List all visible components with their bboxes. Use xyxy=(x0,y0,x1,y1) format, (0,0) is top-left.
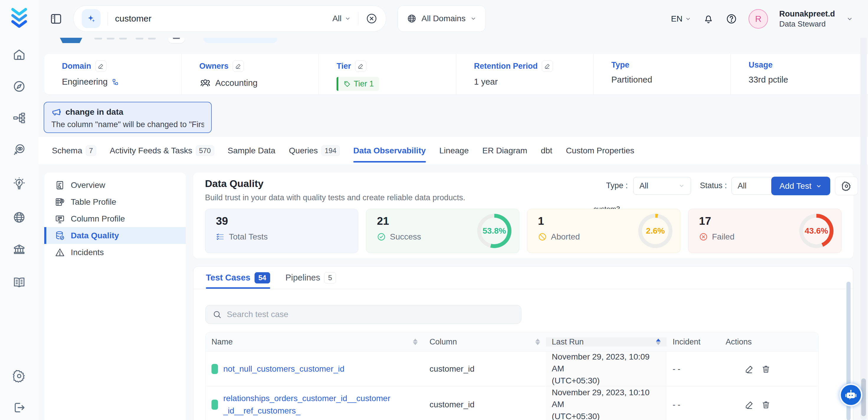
notifications-bell-icon[interactable] xyxy=(703,13,714,25)
language-selector[interactable]: EN xyxy=(671,14,691,24)
tab-sample-data[interactable]: Sample Data xyxy=(228,137,276,164)
menu-item-overview[interactable]: Overview xyxy=(44,177,186,193)
clear-search-icon[interactable] xyxy=(365,12,378,25)
sidebar-toggle-icon[interactable] xyxy=(50,12,63,25)
global-search-bar[interactable]: All xyxy=(73,5,386,32)
tab-dbt[interactable]: dbt xyxy=(541,137,552,164)
tab-er-diagram[interactable]: ER Diagram xyxy=(482,137,527,164)
settings-gear-icon[interactable] xyxy=(12,369,26,383)
menu-item-incidents[interactable]: Incidents xyxy=(44,244,186,261)
insights-icon[interactable] xyxy=(12,177,26,190)
all-domains-button[interactable]: All Domains xyxy=(398,5,486,32)
glossary-icon[interactable] xyxy=(12,276,26,289)
edit-domain-icon[interactable] xyxy=(95,60,106,72)
search-icon xyxy=(213,310,221,319)
ai-sparkle-icon[interactable] xyxy=(82,9,100,28)
gear-icon xyxy=(841,181,851,191)
summary-failed[interactable]: 17 Failed 43.6% xyxy=(688,209,841,253)
metadata-usage: Usage 33rd pctile xyxy=(731,54,868,94)
usage-value: 33rd pctile xyxy=(749,75,788,85)
data-quality-panel: Data Quality Build trust in your data wi… xyxy=(193,173,853,259)
type-label: Type xyxy=(611,60,629,69)
delete-test-icon[interactable] xyxy=(762,365,770,373)
tag-icon xyxy=(344,81,351,88)
announcement-card[interactable]: change in data The column "name" will be… xyxy=(44,102,212,133)
failed-x-icon xyxy=(699,233,708,241)
tab-custom-properties[interactable]: Custom Properties xyxy=(566,137,634,164)
left-nav-rail xyxy=(0,0,38,420)
tab-lineage[interactable]: Lineage xyxy=(439,137,469,164)
search-input[interactable] xyxy=(115,13,332,24)
tab-activity-feeds[interactable]: Activity Feeds & Tasks570 xyxy=(110,137,214,164)
user-info[interactable]: Rounakpreet.d Data Steward xyxy=(779,9,835,29)
type-filter-label: Type : xyxy=(606,181,628,190)
domains-icon[interactable] xyxy=(12,211,26,224)
domain-type-icon xyxy=(112,79,119,86)
edit-owners-icon[interactable] xyxy=(233,60,244,72)
divider xyxy=(107,12,108,25)
edit-test-icon[interactable] xyxy=(745,400,754,409)
tab-pipelines[interactable]: Pipelines5 xyxy=(285,267,336,289)
tab-test-cases[interactable]: Test Cases54 xyxy=(206,267,270,289)
logout-icon[interactable] xyxy=(12,401,26,414)
metadata-domain: Domain Engineering xyxy=(44,54,181,94)
status-success-indicator xyxy=(212,400,218,410)
checklist-icon xyxy=(216,233,225,241)
tab-data-observability[interactable]: Data Observability xyxy=(353,137,426,164)
summary-success[interactable]: custom3 21 Success 53.8% xyxy=(366,209,519,253)
chat-bot-button[interactable] xyxy=(839,384,862,407)
delete-test-icon[interactable] xyxy=(762,400,770,409)
lineage-icon[interactable] xyxy=(12,111,26,125)
type-filter-select[interactable]: All xyxy=(633,177,691,195)
user-avatar[interactable]: R xyxy=(749,9,768,29)
aborted-slash-icon xyxy=(538,233,547,241)
summary-aborted[interactable]: 1 Aborted 2.6% xyxy=(527,209,680,253)
menu-item-data-quality[interactable]: Data Quality xyxy=(44,227,186,244)
overview-icon xyxy=(55,180,65,190)
search-scope-dropdown[interactable]: All xyxy=(332,14,351,23)
team-icon xyxy=(199,77,211,89)
sort-name[interactable] xyxy=(413,338,417,345)
add-test-button[interactable]: Add Test xyxy=(771,177,830,195)
sort-last-run[interactable] xyxy=(656,338,661,345)
test-case-search[interactable] xyxy=(205,305,522,324)
observability-icon[interactable] xyxy=(12,143,26,157)
test-case-link[interactable]: relationships_orders_customer_id__custom… xyxy=(223,392,393,417)
sort-column[interactable] xyxy=(535,338,540,345)
owners-label: Owners xyxy=(199,62,228,71)
metadata-tier: Tier Tier 1 xyxy=(318,54,456,94)
summary-total-tests[interactable]: 39 Total Tests xyxy=(205,209,358,253)
tab-schema[interactable]: Schema7 xyxy=(52,137,96,164)
table-row: relationships_orders_customer_id__custom… xyxy=(206,386,818,420)
failed-donut: 43.6% xyxy=(799,214,834,248)
menu-item-table-profile[interactable]: Table Profile xyxy=(44,193,186,210)
home-icon[interactable] xyxy=(12,48,26,61)
help-icon[interactable] xyxy=(725,13,737,25)
table-header-row: Name Column Last Run Incident Actions xyxy=(206,332,818,351)
retention-value: 1 year xyxy=(474,77,498,87)
robot-icon xyxy=(844,388,858,402)
test-settings-button[interactable] xyxy=(835,177,858,195)
incidents-icon xyxy=(55,247,65,258)
tier-badge[interactable]: Tier 1 xyxy=(337,77,379,91)
governance-icon[interactable] xyxy=(12,242,26,256)
edit-test-icon[interactable] xyxy=(745,365,754,373)
tab-queries[interactable]: Queries194 xyxy=(289,137,340,164)
explore-icon[interactable] xyxy=(12,80,26,93)
user-menu-chevron-icon[interactable] xyxy=(846,16,853,22)
test-case-link[interactable]: not_null_customers_customer_id xyxy=(223,363,344,375)
aborted-donut: 2.6% xyxy=(638,214,673,248)
owners-value[interactable]: Accounting xyxy=(215,78,258,88)
domain-label[interactable]: Domain xyxy=(62,62,91,71)
table-profile-icon xyxy=(55,197,65,207)
table-row: not_null_customers_customer_id customer_… xyxy=(206,351,818,386)
test-case-search-input[interactable] xyxy=(227,310,514,319)
test-cases-table: Name Column Last Run Incident Actions no… xyxy=(205,332,819,420)
page-scrollbar-track xyxy=(860,27,867,420)
app-logo[interactable] xyxy=(9,8,29,29)
domain-value[interactable]: Engineering xyxy=(62,77,107,87)
edit-retention-icon[interactable] xyxy=(542,60,553,72)
success-donut: 53.8% xyxy=(477,214,512,248)
edit-tier-icon[interactable] xyxy=(355,60,366,72)
menu-item-column-profile[interactable]: Column Profile xyxy=(44,210,186,227)
